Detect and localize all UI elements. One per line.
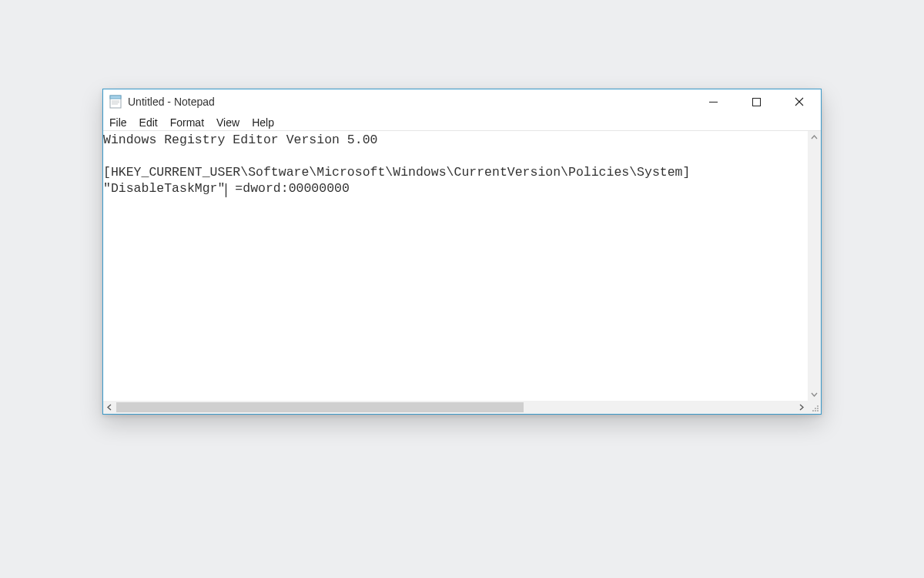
editor-line: Windows Registry Editor Version 5.00 — [103, 133, 377, 147]
editor-line-part: =dword:00000000 — [227, 181, 349, 196]
chevron-left-icon[interactable] — [103, 401, 116, 414]
horizontal-scrollbar[interactable] — [103, 401, 808, 414]
svg-point-14 — [817, 410, 819, 412]
notepad-window: Untitled - Notepad File Edit Format View… — [102, 89, 822, 415]
svg-rect-6 — [752, 98, 760, 106]
svg-point-10 — [815, 408, 816, 409]
chevron-right-icon[interactable] — [795, 401, 808, 414]
svg-point-12 — [812, 410, 814, 412]
content-area: Windows Registry Editor Version 5.00 [HK… — [103, 131, 821, 401]
menu-bar: File Edit Format View Help — [103, 114, 821, 131]
chevron-down-icon[interactable] — [808, 388, 821, 401]
text-caret — [226, 183, 226, 197]
menu-help[interactable]: Help — [252, 114, 274, 131]
menu-view[interactable]: View — [216, 114, 239, 131]
menu-format[interactable]: Format — [170, 114, 204, 131]
svg-rect-1 — [110, 96, 121, 99]
horizontal-scroll-thumb[interactable] — [116, 402, 524, 412]
menu-file[interactable]: File — [109, 114, 127, 131]
svg-point-9 — [817, 405, 819, 407]
resize-grip-icon[interactable] — [808, 401, 821, 414]
bottom-bar — [103, 401, 821, 414]
close-button[interactable] — [778, 89, 821, 114]
svg-point-13 — [815, 410, 816, 412]
svg-point-11 — [817, 408, 819, 409]
title-bar-left: Untitled - Notepad — [109, 95, 215, 109]
vertical-scrollbar[interactable] — [808, 131, 821, 401]
title-bar[interactable]: Untitled - Notepad — [103, 89, 821, 114]
maximize-button[interactable] — [735, 89, 778, 114]
minimize-button[interactable] — [691, 89, 735, 114]
horizontal-scroll-track[interactable] — [116, 401, 795, 414]
chevron-up-icon[interactable] — [808, 131, 821, 144]
text-editor[interactable]: Windows Registry Editor Version 5.00 [HK… — [103, 131, 808, 401]
menu-edit[interactable]: Edit — [139, 114, 158, 131]
window-title: Untitled - Notepad — [128, 96, 215, 108]
editor-line-part: "DisableTaskMgr" — [103, 181, 225, 196]
editor-line: [HKEY_CURRENT_USER\Software\Microsoft\Wi… — [103, 165, 690, 180]
notepad-icon — [109, 95, 123, 109]
window-controls — [691, 89, 821, 114]
